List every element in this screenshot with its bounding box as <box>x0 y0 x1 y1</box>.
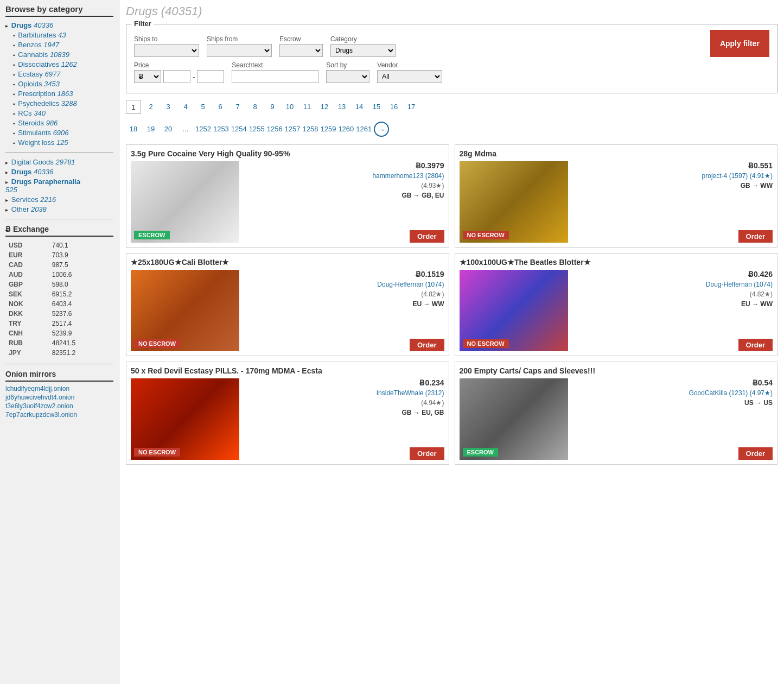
price-max-input[interactable] <box>197 70 224 83</box>
page-number-link[interactable]: 7 <box>230 100 245 114</box>
top-category-link[interactable]: Drugs 40336 <box>11 168 53 176</box>
apply-filter-button[interactable]: Apply filter <box>710 30 769 57</box>
vendor-label: Vendor <box>377 61 442 69</box>
top-category-link[interactable]: Digital Goods 29781 <box>11 158 75 166</box>
vendor-select[interactable]: All <box>377 70 442 83</box>
ships-from-select[interactable] <box>207 44 272 57</box>
category-link[interactable]: Drugs 40336 <box>11 21 53 29</box>
page-number-link[interactable]: 1257 <box>285 122 301 136</box>
product-vendor[interactable]: GoodCatKilla (1231) (4.97★) <box>572 389 773 397</box>
sidebar-category-item: ▸ Drugs 40336 <box>5 21 113 29</box>
exchange-row: DKK5237.6 <box>7 309 112 318</box>
order-button[interactable]: Order <box>738 230 773 243</box>
sort-by-group: Sort by <box>326 61 369 83</box>
product-vendor[interactable]: InsideTheWhale (2312) <box>244 389 444 397</box>
product-vendor[interactable]: hammerhome123 (2804) <box>244 172 444 180</box>
price-currency-select[interactable]: Ƀ <box>134 70 161 83</box>
currency-rate: 48241.5 <box>50 339 112 347</box>
onion-mirror-link[interactable]: jd6yhuwcivehvdt4.onion <box>5 394 113 401</box>
sort-by-select[interactable] <box>326 70 369 83</box>
page-number-link[interactable]: 8 <box>247 100 263 114</box>
category-select[interactable]: Drugs <box>330 44 396 57</box>
exchange-row: EUR703.9 <box>7 251 112 259</box>
category-link[interactable]: Benzos 1947 <box>18 41 59 49</box>
product-title: 28g Mdma <box>460 149 773 158</box>
category-link[interactable]: Cannabis 10839 <box>18 50 69 59</box>
page-number-link[interactable]: 10 <box>282 100 297 114</box>
page-number-link[interactable]: 4 <box>178 100 193 114</box>
top-category-item: ▸ Digital Goods 29781 <box>5 158 113 166</box>
product-shipping: GB → EU, GB <box>244 409 444 416</box>
order-button[interactable]: Order <box>410 230 444 243</box>
page-number-link[interactable]: 18 <box>126 122 141 136</box>
pagination-row-1: 1234567891011121314151617 <box>126 100 777 114</box>
order-button[interactable]: Order <box>410 447 444 460</box>
order-button[interactable]: Order <box>410 339 444 351</box>
top-category-link[interactable]: Services 2216 <box>11 195 56 204</box>
page-number-link[interactable]: 1252 <box>195 122 211 136</box>
order-button[interactable]: Order <box>738 339 773 351</box>
category-link[interactable]: Prescription 1863 <box>18 90 73 98</box>
page-number-link[interactable]: 16 <box>386 100 401 114</box>
page-number-link[interactable]: 1260 <box>338 122 354 136</box>
product-vendor[interactable]: project-4 (1597) (4.91★) <box>572 172 773 180</box>
product-info: Ƀ0.551project-4 (1597) (4.91★)GB → WWOrd… <box>572 161 773 243</box>
page-number-link[interactable]: 13 <box>334 100 349 114</box>
category-link[interactable]: Stimulants 6906 <box>18 129 68 137</box>
next-page-arrow[interactable]: → <box>374 122 389 137</box>
page-number-link[interactable]: 1253 <box>213 122 229 136</box>
category-link[interactable]: Dissociatives 1262 <box>18 60 77 68</box>
page-number-link[interactable]: 3 <box>161 100 176 114</box>
escrow-select[interactable] <box>279 44 323 57</box>
page-number-link[interactable]: 11 <box>299 100 315 114</box>
top-category-link[interactable]: Drugs Paraphernalia525 <box>5 178 80 194</box>
product-vendor[interactable]: Doug-Heffernan (1074) <box>572 281 773 288</box>
page-number-link[interactable]: 19 <box>143 122 158 136</box>
product-body: ESCROWɃ0.3979hammerhome123 (2804)(4.93★)… <box>131 161 444 243</box>
category-link[interactable]: Weight loss 125 <box>18 138 68 147</box>
page-number-link[interactable]: 15 <box>369 100 384 114</box>
page-number-link[interactable]: 1254 <box>231 122 247 136</box>
category-link[interactable]: Steroids 986 <box>18 119 58 127</box>
product-card: 3.5g Pure Cocaine Very High Quality 90-9… <box>126 144 449 248</box>
category-link[interactable]: Psychedelics 3288 <box>18 99 77 107</box>
page-number-link[interactable]: 1255 <box>249 122 265 136</box>
product-body: NO ESCROWɃ0.234InsideTheWhale (2312)(4.9… <box>131 378 444 460</box>
page-number-link[interactable]: 1 <box>126 100 141 114</box>
category-link[interactable]: Barbiturates 43 <box>18 31 66 39</box>
product-rating: (4.82★) <box>572 290 773 298</box>
onion-mirror-link[interactable]: 7ep7acrkupzdcw3l.onion <box>5 411 113 419</box>
currency-name: EUR <box>7 251 49 259</box>
order-button[interactable]: Order <box>738 447 773 460</box>
page-number-link[interactable]: 2 <box>143 100 158 114</box>
product-price: Ƀ0.551 <box>572 161 773 170</box>
onion-title: Onion mirrors <box>5 370 113 382</box>
product-vendor[interactable]: Doug-Heffernan (1074) <box>244 281 444 288</box>
onion-mirror-link[interactable]: t3e6ly3uoif4zcw2.onion <box>5 402 113 410</box>
page-number-link[interactable]: 1256 <box>267 122 283 136</box>
product-card: ★100x100UG★The Beatles Blotter★NO ESCROW… <box>455 253 778 356</box>
page-number-link[interactable]: ... <box>178 122 193 136</box>
page-number-link[interactable]: 1259 <box>320 122 336 136</box>
page-number-link[interactable]: 1261 <box>356 122 372 136</box>
exchange-row: CNH5239.9 <box>7 329 112 338</box>
escrow-group: Escrow <box>279 35 323 57</box>
page-number-link[interactable]: 6 <box>213 100 228 114</box>
page-number-link[interactable]: 12 <box>317 100 332 114</box>
price-min-input[interactable] <box>163 70 190 83</box>
onion-mirror-link[interactable]: lchudifyeqm4ldjj.onion <box>5 385 113 392</box>
page-number-link[interactable]: 14 <box>352 100 367 114</box>
ships-to-select[interactable] <box>134 44 199 57</box>
category-link[interactable]: RCs 340 <box>18 109 46 117</box>
product-image: NO ESCROW <box>131 378 239 460</box>
page-number-link[interactable]: 5 <box>195 100 211 114</box>
page-number-link[interactable]: 9 <box>265 100 280 114</box>
category-link[interactable]: Opioids 3453 <box>18 80 60 88</box>
bullet-icon: ▸ <box>5 23 10 29</box>
top-category-link[interactable]: Other 2038 <box>11 205 47 213</box>
searchtext-input[interactable] <box>232 70 318 83</box>
page-number-link[interactable]: 17 <box>404 100 419 114</box>
page-number-link[interactable]: 20 <box>161 122 176 136</box>
category-link[interactable]: Ecstasy 6977 <box>18 70 60 78</box>
page-number-link[interactable]: 1258 <box>303 122 318 136</box>
